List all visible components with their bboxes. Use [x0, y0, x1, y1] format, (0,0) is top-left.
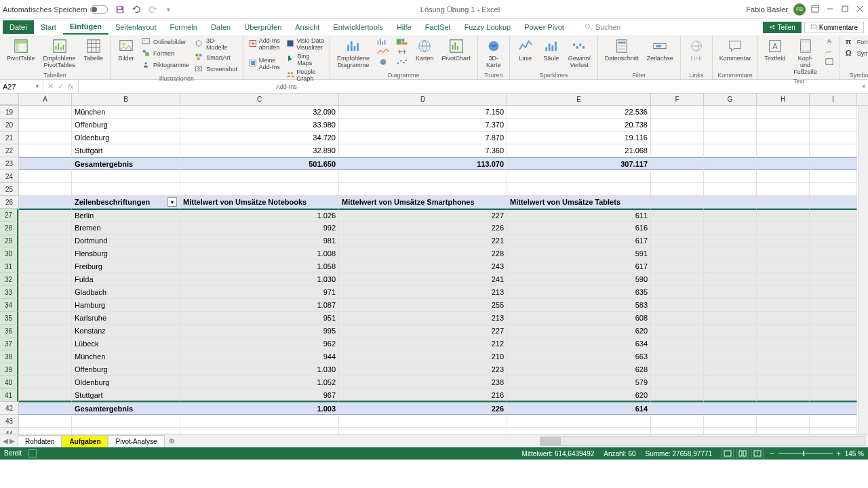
cell[interactable] [704, 415, 757, 428]
cell[interactable] [810, 325, 857, 338]
cell[interactable] [651, 260, 704, 273]
cell[interactable] [810, 157, 857, 170]
cell[interactable] [339, 415, 507, 428]
row-header[interactable]: 29 [0, 235, 18, 247]
table-row[interactable]: Gesamtergebnis501.650113.070307.117 [19, 157, 868, 170]
cell[interactable] [651, 338, 704, 350]
cell[interactable] [651, 286, 704, 299]
cell[interactable] [704, 209, 757, 222]
chart-pie-button[interactable] [375, 57, 391, 67]
visio-button[interactable]: Visio Data Visualizer [285, 37, 326, 52]
maximize-icon[interactable] [841, 5, 850, 14]
recommended-charts-button[interactable]: Empfohlene Diagramme [334, 37, 372, 70]
table-row[interactable]: Stuttgart967216620 [19, 389, 868, 402]
expand-formula-icon[interactable]: ▾ [860, 83, 868, 89]
cell[interactable] [651, 119, 704, 131]
name-box[interactable]: A27 ▼ [0, 80, 43, 93]
cell[interactable] [19, 157, 72, 170]
cell[interactable]: 213 [339, 312, 507, 325]
cell[interactable] [757, 312, 810, 325]
cell[interactable] [19, 415, 72, 428]
cell[interactable]: Oldenburg [72, 131, 180, 144]
chart-bar-button[interactable] [375, 37, 391, 47]
table-row[interactable]: Berlin1.026227611 [19, 209, 868, 222]
cell[interactable] [339, 170, 507, 183]
cell[interactable]: Gesamtergebnis [72, 157, 180, 170]
tab-seitenlayout[interactable]: Seitenlayout [108, 20, 163, 34]
cell[interactable] [757, 183, 810, 196]
macro-record-icon[interactable] [28, 449, 37, 458]
accept-formula-icon[interactable]: ✓ [58, 82, 64, 91]
shapes-button[interactable]: Formen [140, 48, 191, 59]
cell[interactable]: 951 [180, 312, 339, 325]
cell[interactable] [757, 299, 810, 312]
cell[interactable] [810, 183, 857, 196]
cell[interactable]: 611 [507, 209, 651, 222]
row-header[interactable]: 28 [0, 222, 18, 235]
cell[interactable] [19, 247, 72, 260]
view-normal-icon[interactable] [722, 449, 734, 458]
cell[interactable]: Oldenburg [72, 376, 180, 389]
cell[interactable]: 1.087 [180, 299, 339, 312]
cell[interactable] [757, 170, 810, 183]
tab-daten[interactable]: Daten [204, 20, 237, 34]
cell[interactable]: Stuttgart [72, 144, 180, 157]
add-sheet-button[interactable]: ⊕ [165, 437, 178, 445]
cell[interactable] [651, 389, 704, 402]
cell[interactable] [651, 222, 704, 235]
cell[interactable] [757, 363, 810, 376]
table-row[interactable]: Oldenburg1.052238579 [19, 376, 868, 389]
cell[interactable] [19, 273, 72, 286]
cell[interactable] [19, 235, 72, 247]
row-header[interactable]: 37 [0, 338, 18, 350]
my-addins-button[interactable]: Meine Add-Ins [248, 56, 283, 71]
row-header[interactable]: 39 [0, 363, 18, 376]
tab-einfügen[interactable]: Einfügen [63, 20, 108, 35]
cell[interactable] [19, 299, 72, 312]
cell[interactable]: 591 [507, 247, 651, 260]
cell[interactable]: 7.370 [339, 119, 507, 131]
tab-factset[interactable]: FactSet [418, 20, 458, 34]
table-row[interactable] [19, 428, 868, 434]
cell[interactable]: 216 [339, 389, 507, 402]
cell[interactable] [704, 402, 757, 415]
cell[interactable]: 590 [507, 273, 651, 286]
table-row[interactable]: Fulda1.030241590 [19, 273, 868, 286]
user-name[interactable]: Fabio Basler [746, 5, 788, 14]
sheet-nav-prev-icon[interactable]: ◀ [3, 437, 8, 445]
cell[interactable] [651, 350, 704, 363]
column-header-G[interactable]: G [704, 94, 757, 105]
cell[interactable] [810, 389, 857, 402]
comment-button[interactable]: Kommentar [717, 37, 754, 64]
table-row[interactable]: Karlsruhe951213608 [19, 312, 868, 325]
cell[interactable] [651, 235, 704, 247]
cell[interactable] [704, 350, 757, 363]
get-addins-button[interactable]: Add-Ins abrufen [248, 37, 283, 52]
cell[interactable] [704, 312, 757, 325]
cell[interactable] [704, 131, 757, 144]
cell[interactable] [19, 106, 72, 119]
tab-entwicklertools[interactable]: Entwicklertools [326, 20, 389, 34]
cancel-formula-icon[interactable]: ✕ [47, 82, 54, 91]
table-row[interactable]: Oldenburg34.7207.87019.116 [19, 131, 868, 144]
table-row[interactable]: Bremen992226616 [19, 222, 868, 235]
symbol-button[interactable]: ΩSymbol [844, 48, 868, 59]
cell[interactable]: 7.870 [339, 131, 507, 144]
cell[interactable]: 221 [339, 235, 507, 247]
row-header[interactable]: 34 [0, 299, 18, 312]
cell[interactable] [810, 260, 857, 273]
cell[interactable] [651, 170, 704, 183]
cell[interactable]: 33.980 [180, 119, 339, 131]
cell[interactable] [757, 325, 810, 338]
table-row[interactable] [19, 170, 868, 183]
close-icon[interactable] [856, 5, 865, 14]
cell[interactable]: Dortmund [72, 235, 180, 247]
tab-fuzzy lookup[interactable]: Fuzzy Lookup [458, 20, 517, 34]
header-footer-button[interactable]: Kopf- und Fußzeile [790, 37, 821, 77]
cell[interactable] [72, 415, 180, 428]
cell[interactable]: Freiburg [72, 260, 180, 273]
cell[interactable]: München [72, 106, 180, 119]
cell[interactable] [19, 402, 72, 415]
cell[interactable] [507, 428, 651, 434]
cell[interactable] [757, 389, 810, 402]
